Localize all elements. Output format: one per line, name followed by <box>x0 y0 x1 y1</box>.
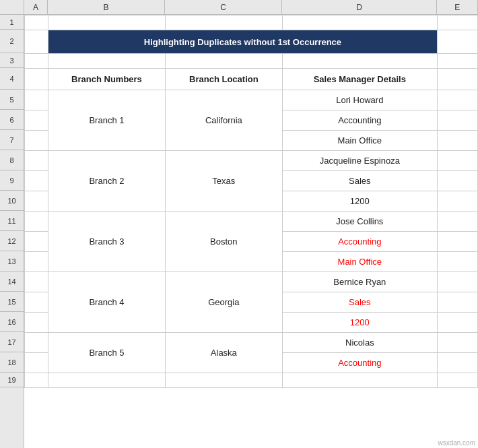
branch4-detail1: Bernice Ryan <box>282 272 437 292</box>
col-header-c: C <box>165 0 282 14</box>
r4-branch-location: Branch Location <box>165 69 282 90</box>
branch5-location: Alaska <box>165 333 282 373</box>
column-headers: A B C D E <box>0 0 478 15</box>
r7-e <box>437 131 477 151</box>
corner-cell <box>0 0 24 14</box>
row-num-13: 13 <box>0 251 24 271</box>
row-num-17: 17 <box>0 332 24 352</box>
r3-d <box>282 54 437 69</box>
sheet-table: Highlighting Duplicates without 1st Occu… <box>24 15 478 388</box>
row-numbers: 1 2 3 4 5 6 7 8 9 10 11 12 13 14 15 16 1… <box>0 15 24 448</box>
r9-a <box>25 171 48 191</box>
branch3-location: Boston <box>165 212 282 272</box>
col-header-b: B <box>48 0 165 14</box>
r12-a <box>25 232 48 252</box>
main-grid: Highlighting Duplicates without 1st Occu… <box>24 15 478 448</box>
row-num-15: 15 <box>0 292 24 312</box>
r9-e <box>437 171 477 191</box>
r3-e <box>437 54 477 69</box>
r3-a <box>25 54 48 69</box>
r19-e <box>437 373 477 388</box>
r15-a <box>25 292 48 313</box>
row-num-6: 6 <box>0 110 24 130</box>
r14-a <box>25 272 48 292</box>
r8-e <box>437 151 477 171</box>
r1-c <box>165 15 282 30</box>
row-num-16: 16 <box>0 312 24 332</box>
row-num-2: 2 <box>0 30 24 53</box>
r6-e <box>437 110 477 131</box>
col-header-d: D <box>282 0 438 14</box>
row-num-4: 4 <box>0 68 24 90</box>
r5-e <box>437 90 477 110</box>
r15-e <box>437 292 477 313</box>
branch5-detail2: Accounting <box>282 353 437 373</box>
r19-d <box>282 373 437 388</box>
r13-a <box>25 252 48 272</box>
row-num-8: 8 <box>0 150 24 170</box>
r3-c <box>165 54 282 69</box>
r14-e <box>437 272 477 292</box>
r1-a <box>25 15 48 30</box>
r7-a <box>25 131 48 151</box>
rows-area: 1 2 3 4 5 6 7 8 9 10 11 12 13 14 15 16 1… <box>0 15 478 448</box>
branch1-detail1: Lori Howard <box>282 90 437 110</box>
branch2-detail2: Sales <box>282 171 437 191</box>
r4-sales-manager: Sales Manager Details <box>282 69 437 90</box>
watermark: wsxdan.com <box>438 439 475 447</box>
branch3-detail1: Jose Collins <box>282 212 437 232</box>
row-num-9: 9 <box>0 170 24 191</box>
row-num-10: 10 <box>0 191 24 211</box>
col-header-a: A <box>24 0 48 14</box>
branch5-number: Branch 5 <box>48 333 166 373</box>
r4-branch-numbers: Branch Numbers <box>48 69 166 90</box>
row-num-19: 19 <box>0 373 24 387</box>
title-cell: Highlighting Duplicates without 1st Occu… <box>48 30 438 54</box>
r10-e <box>437 191 477 212</box>
r1-e <box>437 15 477 30</box>
r11-a <box>25 212 48 232</box>
r16-a <box>25 313 48 333</box>
row-14-branch4: Branch 4 Georgia Bernice Ryan <box>25 272 478 292</box>
r17-a <box>25 333 48 353</box>
r17-e <box>437 333 477 353</box>
branch3-number: Branch 3 <box>48 212 166 272</box>
branch1-number: Branch 1 <box>48 90 166 151</box>
r1-b <box>48 15 166 30</box>
r1-d <box>282 15 437 30</box>
branch1-detail2: Accounting <box>282 110 437 131</box>
r11-e <box>437 212 477 232</box>
r10-a <box>25 191 48 212</box>
row-num-3: 3 <box>0 53 24 68</box>
branch2-detail1: Jacqueline Espinoza <box>282 151 437 171</box>
branch4-location: Georgia <box>165 272 282 333</box>
row-num-11: 11 <box>0 211 24 231</box>
r18-a <box>25 353 48 373</box>
row-num-12: 12 <box>0 231 24 251</box>
branch4-number: Branch 4 <box>48 272 166 333</box>
branch2-number: Branch 2 <box>48 151 166 212</box>
r19-b <box>48 373 166 388</box>
row-num-5: 5 <box>0 90 24 110</box>
branch2-location: Texas <box>165 151 282 212</box>
r19-c <box>165 373 282 388</box>
row-17-branch5: Branch 5 Alaska Nicolas <box>25 333 478 353</box>
row-num-7: 7 <box>0 130 24 150</box>
r12-e <box>437 232 477 252</box>
branch2-detail3: 1200 <box>282 191 437 212</box>
row-3 <box>25 54 478 69</box>
r4-e <box>437 69 477 90</box>
row-num-1: 1 <box>0 15 24 30</box>
spreadsheet: A B C D E 1 2 3 4 5 6 7 8 9 10 11 12 13 … <box>0 0 478 448</box>
branch1-detail3: Main Office <box>282 131 437 151</box>
branch3-detail2: Accounting <box>282 232 437 252</box>
row-1 <box>25 15 478 30</box>
col-header-e: E <box>437 0 478 14</box>
branch4-detail3: 1200 <box>282 313 437 333</box>
row-4-header: Branch Numbers Branch Location Sales Man… <box>25 69 478 90</box>
r16-e <box>437 313 477 333</box>
r4-a <box>25 69 48 90</box>
r18-e <box>437 353 477 373</box>
row-5-branch1: Branch 1 California Lori Howard <box>25 90 478 110</box>
row-11-branch3: Branch 3 Boston Jose Collins <box>25 212 478 232</box>
